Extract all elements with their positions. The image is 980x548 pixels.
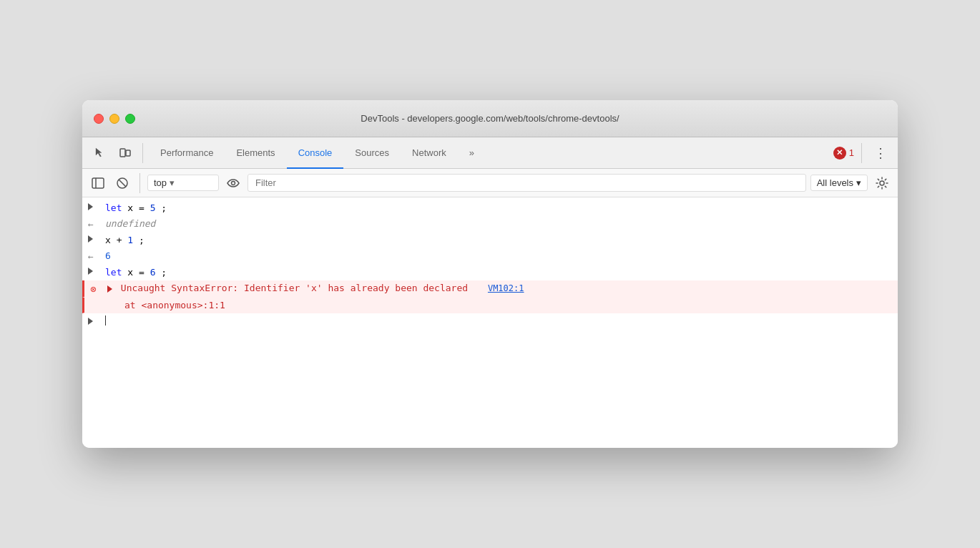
- tab-bar: Performance Elements Console Sources Net…: [149, 137, 830, 168]
- console-input-line[interactable]: [82, 313, 898, 328]
- console-line-3: x + 1 ;: [82, 233, 898, 248]
- value-1: 5: [150, 202, 156, 213]
- console-line-1: let x = 5 ;: [82, 200, 898, 216]
- devtools-window: DevTools - developers.google.com/web/too…: [82, 100, 898, 448]
- close-button[interactable]: [94, 114, 104, 124]
- eye-icon[interactable]: [223, 173, 243, 193]
- svg-rect-2: [92, 178, 104, 188]
- line-content-5: let x = 6 ;: [102, 267, 892, 278]
- device-icon[interactable]: [114, 142, 137, 165]
- input-prompt-arrow: [88, 317, 102, 325]
- toolbar-divider-1: [142, 143, 143, 163]
- traffic-lights: [94, 114, 135, 124]
- line-content-2: undefined: [102, 218, 892, 229]
- var-x: x: [105, 235, 117, 245]
- keyword-let-5: let: [105, 267, 122, 278]
- levels-selector[interactable]: All levels ▾: [810, 175, 868, 191]
- tab-network[interactable]: Network: [401, 138, 458, 169]
- minimize-button[interactable]: [109, 114, 119, 124]
- window-title: DevTools - developers.google.com/web/too…: [361, 113, 619, 124]
- more-options-button[interactable]: ⋮: [869, 142, 892, 165]
- expand-arrow-3[interactable]: [88, 235, 102, 243]
- line-content-4: 6: [102, 250, 892, 261]
- sidebar-toggle-icon[interactable]: [88, 173, 108, 193]
- console-error-line: ⊗ Uncaught SyntaxError: Identifier 'x' h…: [82, 280, 898, 298]
- error-main-text: Uncaught SyntaxError: Identifier 'x' has…: [121, 283, 468, 293]
- semicolon-5: ;: [161, 267, 167, 278]
- undefined-text: undefined: [105, 218, 155, 229]
- titlebar: DevTools - developers.google.com/web/too…: [82, 100, 898, 137]
- console-line-2: ← undefined: [82, 216, 898, 233]
- context-arrow: ▾: [170, 177, 175, 188]
- error-gutter: ⊗: [90, 283, 104, 295]
- semicolon-1: ;: [161, 202, 167, 213]
- tab-sources[interactable]: Sources: [343, 138, 401, 169]
- expand-arrow-1[interactable]: [88, 202, 102, 210]
- toolbar-right: ✕ 1 ⋮: [833, 142, 892, 165]
- output-arrow-4: ←: [88, 250, 102, 262]
- tab-toolbar: Performance Elements Console Sources Net…: [82, 137, 898, 169]
- tab-elements[interactable]: Elements: [225, 138, 286, 169]
- value-1b: 1: [127, 235, 133, 245]
- output-value-6: 6: [105, 250, 111, 261]
- svg-line-5: [119, 180, 126, 187]
- line-content-3: x + 1 ;: [102, 235, 892, 245]
- toolbar-divider-2: [861, 143, 862, 163]
- maximize-button[interactable]: [125, 114, 135, 124]
- operator-1: =: [139, 202, 144, 213]
- svg-point-6: [232, 181, 235, 185]
- operator-5: =: [139, 267, 144, 278]
- plus: +: [117, 235, 122, 245]
- context-selector[interactable]: top ▾: [147, 175, 219, 191]
- line-content-1: let x = 5 ;: [102, 202, 892, 213]
- console-error-secondary: at <anonymous>:1:1: [82, 298, 898, 313]
- error-badge[interactable]: ✕ 1: [833, 147, 854, 160]
- svg-point-7: [880, 181, 884, 185]
- keyword-let-1: let: [105, 202, 122, 213]
- expand-arrow-5[interactable]: [88, 267, 102, 275]
- console-line-5: let x = 6 ;: [82, 265, 898, 280]
- error-secondary-content: at <anonymous>:1:1: [122, 300, 892, 310]
- svg-rect-0: [120, 149, 125, 157]
- svg-rect-1: [126, 150, 130, 156]
- console-output: let x = 5 ; ← undefined x + 1 ;: [82, 197, 898, 448]
- semicolon-3: ;: [139, 235, 144, 245]
- tab-more[interactable]: »: [458, 138, 486, 169]
- error-content: Uncaught SyntaxError: Identifier 'x' has…: [104, 283, 892, 293]
- input-cursor: [105, 315, 106, 326]
- tab-console[interactable]: Console: [287, 138, 344, 169]
- console-line-4: ← 6: [82, 248, 898, 265]
- inspect-icon[interactable]: [88, 142, 111, 165]
- console-divider: [139, 173, 140, 193]
- tab-performance[interactable]: Performance: [149, 138, 225, 169]
- error-badge-icon: ✕: [833, 147, 846, 160]
- clear-console-icon[interactable]: [112, 173, 132, 193]
- console-toolbar: top ▾ All levels ▾: [82, 169, 898, 197]
- settings-icon[interactable]: [872, 173, 892, 193]
- error-expand-arrow[interactable]: [107, 285, 112, 293]
- code-text-5: x: [127, 267, 139, 278]
- error-secondary-text: at <anonymous>:1:1: [124, 300, 225, 310]
- value-5: 6: [150, 267, 156, 278]
- filter-input[interactable]: [248, 174, 806, 192]
- output-arrow-2: ←: [88, 218, 102, 230]
- code-text-1: x: [127, 202, 139, 213]
- error-circle-icon: ⊗: [90, 283, 96, 295]
- error-source-link[interactable]: VM102:1: [474, 283, 524, 293]
